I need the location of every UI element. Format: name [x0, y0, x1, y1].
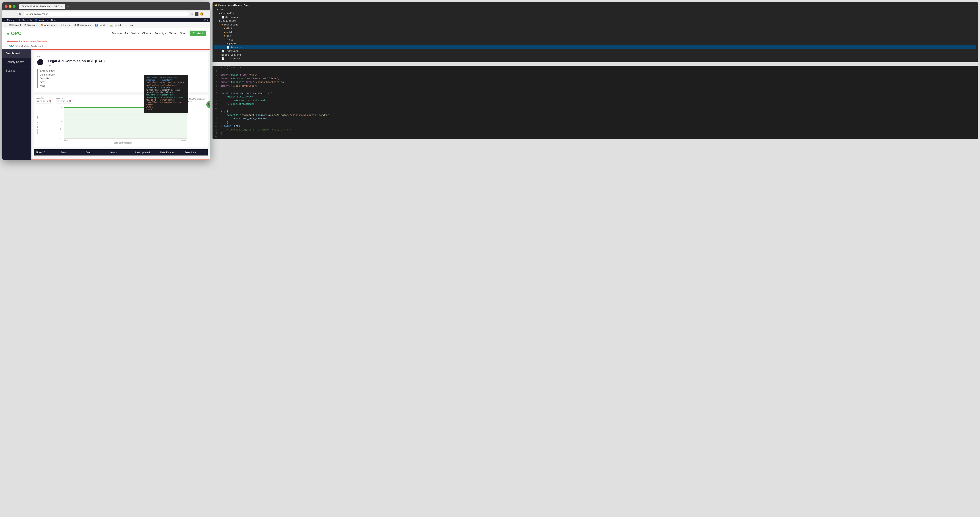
drupal-toolbar: ⌂ ◧ Content ⊞ Structure 🎨 Appearance + E…	[2, 22, 210, 28]
back-button[interactable]: ←	[5, 12, 9, 16]
maximize-button[interactable]	[13, 5, 16, 8]
address-bar[interactable]: 🔒 opc.com.au/orion	[24, 12, 189, 16]
drupal-nav-structure[interactable]: ⊞ Structure	[24, 24, 37, 27]
cms-devel[interactable]: Devel	[51, 19, 57, 21]
cloud-dropdown-icon: ▾	[150, 32, 151, 35]
ft-css[interactable]: ▶ css	[214, 38, 976, 41]
folder-pages-icon: ▶	[227, 42, 228, 45]
new-tab-button[interactable]: +	[67, 5, 69, 8]
drupal-nav-content[interactable]: ◧ Content	[9, 24, 21, 27]
drupal-nav-configuration[interactable]: ⚙ Configuration	[74, 24, 91, 27]
code-line-9: 9 <React.StrictMode>	[213, 95, 978, 99]
nav-security[interactable]: Security ▾	[154, 32, 166, 35]
nav-why[interactable]: Why ▾	[169, 32, 177, 35]
opc-logo: ● OPC	[6, 30, 21, 36]
contact-button[interactable]: Contact	[190, 30, 206, 36]
ft-src2[interactable]: ▼ src	[214, 34, 976, 38]
bookmark-icon[interactable]: ☆	[191, 12, 194, 16]
tab-close-icon[interactable]: ✕	[60, 5, 62, 8]
th-hours[interactable]: Hours	[108, 149, 133, 155]
calendar-from-icon: 📅	[49, 101, 51, 103]
ft-orion-php[interactable]: 📄 Orion.php	[214, 15, 976, 19]
nav-web[interactable]: Web ▾	[132, 32, 138, 35]
th-ticket-id[interactable]: Ticket ID	[33, 149, 59, 155]
ft-gitignore[interactable]: 📄 .gitignore	[214, 57, 976, 61]
ft-index-js[interactable]: 📄 index.js	[214, 45, 976, 49]
line-num-18: 18	[213, 128, 219, 132]
folder-css-icon: ▶	[227, 38, 228, 41]
close-button[interactable]	[5, 5, 8, 8]
line-content-2	[219, 70, 978, 73]
annotation-region: Replaced content-filled node	[2, 39, 210, 44]
th-date-entered[interactable]: Date Entered	[158, 149, 183, 155]
cms-manage[interactable]: ☰ Manage	[4, 19, 16, 21]
th-status[interactable]: Status	[59, 149, 83, 155]
menu-icon[interactable]: ⋮	[205, 12, 208, 16]
ft-public[interactable]: ▶ public	[214, 30, 976, 34]
drupal-nav-reports[interactable]: 📊 Reports	[110, 24, 122, 27]
lac-label: LAC	[37, 55, 204, 58]
line-content-14: ReactDOM.createRoot(document.querySelect…	[219, 113, 978, 117]
reload-button[interactable]: ↻	[18, 12, 22, 16]
drupal-nav-extend[interactable]: + Extend	[61, 24, 71, 26]
ft-css-label: css	[229, 38, 234, 41]
extensions-icon[interactable]: ⬛	[195, 12, 199, 16]
sidebar-item-settings[interactable]: Settings	[2, 67, 31, 75]
ft-javascript[interactable]: ▼ JavaScript	[214, 19, 976, 23]
nav-cloud[interactable]: Cloud ▾	[142, 32, 151, 35]
ft-controller-label: Controller	[221, 12, 236, 15]
line-num-20: 20	[213, 136, 219, 139]
security-label: Security	[154, 32, 164, 35]
cms-shortcuts[interactable]: ★ Shortcuts	[19, 19, 32, 21]
line-content-3: import React from "react";	[219, 73, 978, 77]
svg-text:15: 15	[60, 113, 62, 115]
drupal-nav-appearance[interactable]: 🎨 Appearance	[40, 24, 57, 27]
editor-section: 📁 ConnectWise-Module-Page ▼ src ▼ Contro…	[213, 2, 978, 515]
lac-details: Legal Aid Commission ACT (LAC) n/a	[48, 59, 105, 67]
cms-edit-button[interactable]: Edit	[204, 19, 208, 21]
browser-window: ⚙ CW Module - Dashboard | OPC ✕ + ← → ↻ …	[2, 2, 210, 160]
ft-pages[interactable]: ▶ pages	[214, 41, 976, 45]
ft-sourcecode[interactable]: ▼ SourceCode	[214, 23, 976, 27]
date-to-field[interactable]: 08.06.2023 📅	[56, 100, 72, 104]
nav-shop[interactable]: Shop	[180, 32, 186, 35]
ft-src[interactable]: ▼ src	[214, 8, 976, 11]
line-num-1: 1	[213, 66, 219, 70]
why-dropdown-icon: ▾	[175, 32, 177, 35]
date-from-group: Date from 29.05.2023 📅	[36, 97, 52, 104]
breadcrumb-opc[interactable]: ⌂ OPC	[6, 45, 14, 48]
th-board[interactable]: Board	[83, 149, 108, 155]
cms-user[interactable]: 👤 simon.hu	[35, 19, 48, 21]
th-last-updated[interactable]: Last Updated	[133, 149, 158, 155]
line-num-7: 7	[213, 88, 219, 91]
ft-index-php[interactable]: 📄 index.php	[214, 49, 976, 53]
minimize-button[interactable]	[9, 5, 11, 8]
forward-button[interactable]: →	[11, 12, 16, 16]
th-description[interactable]: Description	[183, 149, 208, 155]
nav-managed-it[interactable]: Managed IT ▾	[112, 32, 128, 35]
sidebar: Dashboard Security Centre Settings	[2, 49, 31, 160]
line-num-17: 17	[213, 124, 219, 128]
ft-opclog-label: opc-log.png	[225, 53, 241, 56]
ft-controller[interactable]: ▼ Controller	[214, 11, 976, 15]
file-php-icon: 📄	[221, 16, 224, 19]
th-hours-label: Hours	[110, 151, 117, 154]
drupal-nav-people[interactable]: 👥 People	[95, 24, 106, 27]
ft-dist[interactable]: ▶ dist	[214, 27, 976, 30]
line-num-3: 3	[213, 73, 219, 77]
active-tab[interactable]: ⚙ CW Module - Dashboard | OPC ✕	[19, 4, 65, 9]
ft-opc-log[interactable]: 🖼 opc-log.png	[214, 53, 976, 57]
folder-js-icon: ▼	[219, 19, 220, 22]
code-line-7: 7	[213, 88, 978, 91]
ft-gitignore-label: .gitignore	[225, 57, 240, 60]
th-status-label: Status	[60, 151, 67, 154]
sidebar-item-dashboard[interactable]: Dashboard	[2, 49, 31, 58]
date-from-field[interactable]: 29.05.2023 📅	[36, 100, 52, 104]
file-img-icon: 🖼	[221, 53, 224, 56]
sidebar-item-security-centre[interactable]: Security Centre	[2, 58, 31, 67]
account-icon[interactable]: 😊	[200, 12, 204, 16]
drupal-nav-help[interactable]: ? Help	[126, 24, 133, 26]
sidebar-security-label: Security Centre	[6, 61, 24, 64]
lac-code: n/a	[48, 64, 105, 67]
drupal-nav-logo[interactable]: ⌂	[4, 23, 6, 27]
